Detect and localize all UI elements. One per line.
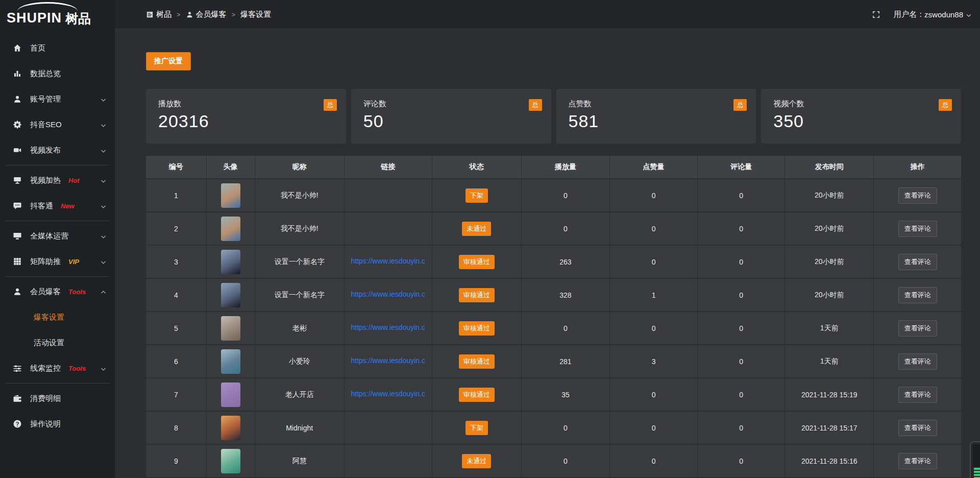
stat-value: 581 (569, 111, 744, 131)
caret-down-icon (966, 11, 972, 17)
cell-avatar (206, 312, 255, 345)
cell-comments: 0 (698, 378, 785, 411)
video-link[interactable]: https://www.iesdouyin.c (351, 390, 426, 398)
cell-avatar (206, 278, 255, 312)
sidebar-item-badge: New (61, 202, 75, 210)
table-row: 1我不是小帅!下架00020小时前查看评论 (146, 179, 961, 212)
cell-comments: 0 (698, 345, 785, 378)
cell-actions: 查看评论 (874, 312, 961, 345)
chevron-down-icon (100, 258, 107, 265)
fullscreen-icon[interactable] (872, 10, 880, 19)
chevron-down-icon (100, 122, 107, 128)
video-link[interactable]: https://www.iesdouyin.c (351, 356, 426, 365)
sidebar-item-douketong[interactable]: 抖客通New (0, 193, 115, 219)
cell-no: 6 (146, 345, 206, 378)
cell-time: 2021-11-28 15:19 (785, 378, 874, 411)
view-comments-button[interactable]: 查看评论 (898, 420, 937, 436)
view-comments-button[interactable]: 查看评论 (898, 387, 937, 403)
cell-no: 4 (146, 278, 206, 312)
cell-status: 审核通过 (432, 345, 521, 378)
view-comments-button[interactable]: 查看评论 (898, 453, 937, 469)
cell-likes: 3 (610, 345, 698, 378)
stat-label: 点赞数 (569, 99, 744, 109)
video-link[interactable]: https://www.iesdouyin.c (351, 290, 426, 298)
chevron-up-icon (100, 289, 107, 295)
cell-no: 5 (146, 312, 206, 345)
view-comments-button[interactable]: 查看评论 (898, 187, 937, 204)
topbar-right: 用户名：zswodun88 (872, 10, 972, 19)
table-header-cell: 操作 (874, 156, 961, 179)
cell-no: 8 (146, 411, 206, 444)
username-value: zswodun88 (924, 10, 963, 19)
stat-cards: 播放数 20316 总 评论数 50 总 点赞数 581 总 视频个数 350 … (146, 89, 961, 144)
view-comments-button[interactable]: 查看评论 (898, 287, 937, 303)
cell-plays: 0 (521, 179, 609, 212)
table-row: 4设置一个新名字https://www.iesdouyin.c审核通过32810… (146, 278, 961, 312)
sidebar-item-label: 数据总览 (30, 69, 61, 79)
sidebar-item-operation-guide[interactable]: 操作说明 (0, 411, 115, 437)
cell-likes: 0 (610, 245, 698, 278)
sidebar-item-account-management[interactable]: 账号管理 (0, 86, 115, 112)
avatar (221, 316, 240, 341)
breadcrumb-item-1[interactable]: 树品 (146, 10, 172, 19)
table-row: 6小爱玲https://www.iesdouyin.c审核通过281301天前查… (146, 345, 961, 378)
sidebar-item-clue-monitor[interactable]: 线索监控Tools (0, 355, 115, 381)
sidebar-item-label: 抖音SEO (30, 120, 62, 130)
sidebar-divider (5, 383, 110, 384)
view-comments-button[interactable]: 查看评论 (898, 254, 937, 270)
status-badge: 审核通过 (459, 388, 495, 402)
video-link[interactable]: https://www.iesdouyin.c (351, 323, 426, 331)
cell-status: 审核通过 (432, 312, 521, 345)
sidebar-item-data-overview[interactable]: 数据总览 (0, 61, 115, 86)
table-header-cell: 发布时间 (785, 156, 874, 179)
cell-link (344, 179, 432, 212)
sidebar-item-omni-media[interactable]: 全媒体运营 (0, 223, 115, 249)
table-row: 7老人开店https://www.iesdouyin.c审核通过35002021… (146, 378, 961, 411)
cell-comments: 0 (698, 212, 785, 245)
sidebar-item-douyin-seo[interactable]: 抖音SEO (0, 112, 115, 137)
brand-logo[interactable]: SHUPIN 树品 (0, 0, 115, 29)
cell-actions: 查看评论 (874, 278, 961, 312)
sidebar-item-home[interactable]: 首页 (0, 35, 115, 61)
breadcrumb-label: 树品 (156, 10, 172, 19)
sidebar-item-video-publish[interactable]: 视频发布 (0, 137, 115, 163)
sidebar-item-member-baoke[interactable]: 会员爆客Tools (0, 279, 115, 304)
stat-card-comments: 评论数 50 总 (351, 89, 551, 144)
cell-avatar (206, 411, 255, 444)
status-badge: 未通过 (462, 454, 491, 468)
cell-status: 下架 (432, 179, 521, 212)
cell-nickname: 设置一个新名字 (255, 278, 344, 312)
promo-settings-button[interactable]: 推广设置 (146, 52, 191, 70)
cell-link: https://www.iesdouyin.c (344, 278, 432, 312)
avatar (221, 183, 240, 208)
view-comments-button[interactable]: 查看评论 (898, 353, 937, 370)
cell-time: 20小时前 (785, 278, 874, 312)
cell-link: https://www.iesdouyin.c (344, 245, 432, 278)
cell-avatar (206, 179, 255, 212)
table-header-cell: 编号 (146, 156, 206, 179)
sidebar-item-consumption-details[interactable]: 消费明细 (0, 386, 115, 411)
video-link[interactable]: https://www.iesdouyin.c (351, 257, 426, 265)
sidebar-item-label: 全媒体运营 (30, 231, 68, 241)
avatar (221, 449, 240, 473)
view-comments-button[interactable]: 查看评论 (898, 320, 937, 337)
sidebar-subitem-baoke-settings[interactable]: 爆客设置 (0, 304, 115, 330)
sidebar-item-badge: Hot (68, 177, 80, 184)
cell-link (344, 411, 432, 444)
breadcrumb-item-2[interactable]: 会员爆客 (186, 10, 227, 19)
view-comments-button[interactable]: 查看评论 (898, 221, 937, 237)
cell-comments: 0 (698, 245, 785, 278)
sidebar-item-matrix-boost[interactable]: 矩阵助推VIP (0, 249, 115, 274)
sidebar-divider (5, 276, 110, 277)
sidebar-subitem-activity-settings[interactable]: 活动设置 (0, 330, 115, 355)
floating-widget[interactable] (970, 441, 980, 478)
sidebar-item-video-heating[interactable]: 视频加热Hot (0, 168, 115, 193)
username-menu[interactable]: 用户名：zswodun88 (894, 10, 972, 19)
avatar (221, 416, 240, 440)
cell-comments: 0 (698, 179, 785, 212)
cell-link: https://www.iesdouyin.c (344, 312, 432, 345)
chevron-down-icon (100, 177, 107, 184)
cell-nickname: 小爱玲 (255, 345, 344, 378)
cell-likes: 1 (610, 278, 698, 312)
cell-comments: 0 (698, 278, 785, 312)
